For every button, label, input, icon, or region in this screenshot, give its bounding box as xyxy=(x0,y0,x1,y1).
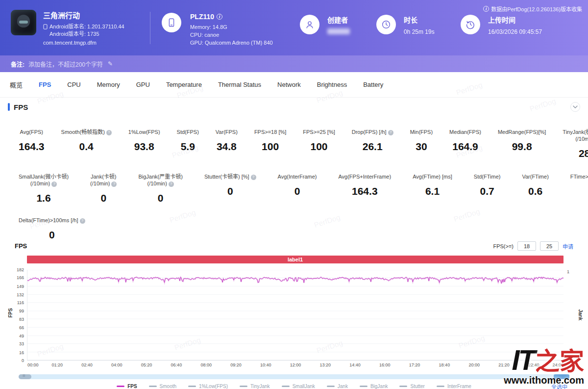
ithome-url: www.ithome.com xyxy=(504,375,584,386)
creator-person-icon xyxy=(300,15,319,34)
y-axis-title: FPS xyxy=(8,308,13,317)
fps-section-header: FPS xyxy=(8,102,580,112)
help-icon[interactable]: ? xyxy=(106,130,112,135)
ithome-watermark: IT 之家 www.ithome.com xyxy=(504,341,584,386)
help-icon[interactable]: ? xyxy=(51,182,57,187)
fps-chart-block: FPS FPS(>=) 申请 label1 FPS Jank 182166149… xyxy=(0,241,588,389)
ithome-logo-zhijia: 之家 xyxy=(535,341,584,377)
collapse-chevron-button[interactable] xyxy=(570,102,580,112)
metric-value: 164.9 xyxy=(449,141,481,153)
legend-item-InterFrame[interactable]: InterFrame xyxy=(437,384,471,389)
metrics-summary: Avg(FPS)164.3Smooth(畅帧指数)?0.41%Low(FPS)9… xyxy=(19,129,578,241)
metric: Std(FPS)5.9 xyxy=(177,129,199,153)
legend-item-TinyJank[interactable]: TinyJank xyxy=(240,384,270,389)
metric-value: 0 xyxy=(90,192,117,204)
metric: Avg(FPS)164.3 xyxy=(19,129,45,153)
edit-pencil-icon[interactable]: ✎ xyxy=(108,60,113,67)
metric-value: 0.7 xyxy=(474,185,501,197)
fps-chart-svg xyxy=(27,270,564,360)
metric: FTime>=100ms [%]0 xyxy=(570,173,588,197)
metric: Jank(卡顿)(/10min)?0 xyxy=(90,173,117,204)
metric-value: 100 xyxy=(303,141,335,153)
duration-value: 0h 25m 19s xyxy=(404,28,435,35)
help-icon[interactable]: ? xyxy=(388,130,393,135)
tab-Temperature[interactable]: Temperature xyxy=(166,81,202,88)
metric-value: 30 xyxy=(410,141,433,153)
section-accent-bar xyxy=(8,103,10,111)
metric-value: 0 xyxy=(19,229,85,241)
legend-dash xyxy=(282,386,290,387)
legend-dash xyxy=(117,386,124,387)
chart-scrollbar[interactable] xyxy=(19,374,569,379)
metric-value: 5.9 xyxy=(177,141,199,153)
x-tick: 16:00 xyxy=(379,363,391,367)
fps-threshold-input-2[interactable] xyxy=(540,241,559,251)
y-tick: 0 xyxy=(22,358,24,363)
tab-GPU[interactable]: GPU xyxy=(136,81,150,88)
fps-threshold-label: FPS(>=) xyxy=(493,243,514,249)
device-name: PLZ110 xyxy=(190,13,214,21)
chart-area: label1 FPS Jank 182166149132116998366493… xyxy=(27,256,564,370)
legend-item-1%Low(FPS)[interactable]: 1%Low(FPS) xyxy=(188,384,228,389)
tab-CPU[interactable]: CPU xyxy=(67,81,80,88)
legend-item-BigJank[interactable]: BigJank xyxy=(360,384,388,389)
tab-Thermal Status[interactable]: Thermal Status xyxy=(218,81,261,88)
legend-dash xyxy=(149,386,157,387)
metric-value: 0.6 xyxy=(522,185,548,197)
x-tick: 02:40 xyxy=(81,363,93,367)
help-icon[interactable]: ? xyxy=(80,218,85,224)
fps-threshold-input-1[interactable] xyxy=(517,241,536,251)
legend-label: SmallJank xyxy=(293,384,315,389)
legend-item-Jank[interactable]: Jank xyxy=(327,384,348,389)
scrollbar-handle[interactable] xyxy=(19,374,31,379)
metric: FPS>=18 [%]100 xyxy=(254,129,286,153)
app-icon xyxy=(11,10,36,35)
apply-link[interactable]: 申请 xyxy=(563,242,573,250)
legend-item-FPS[interactable]: FPS xyxy=(117,384,137,389)
metric: Avg(FPS+InterFrame)164.3 xyxy=(338,173,391,197)
legend-item-SmallJank[interactable]: SmallJank xyxy=(282,384,315,389)
tab-Memory[interactable]: Memory xyxy=(97,81,120,88)
metric: 1%Low(FPS)93.8 xyxy=(128,129,160,153)
app-title: 三角洲行动 xyxy=(43,10,124,20)
metric-value: 34.8 xyxy=(216,141,238,153)
device-info-icon[interactable]: i xyxy=(217,14,222,20)
tab-Brightness[interactable]: Brightness xyxy=(317,81,347,88)
metric-value: 26.1 xyxy=(352,141,393,153)
legend-label: Jank xyxy=(338,384,348,389)
remark-placeholder[interactable]: 添加备注，不超过200个字符 xyxy=(28,60,103,68)
legend-dash xyxy=(188,386,196,387)
device-memory: Memory: 14.8G xyxy=(190,23,273,31)
legend-label: TinyJank xyxy=(250,384,270,389)
x-tick: 13:20 xyxy=(320,363,331,367)
app-version-code: Android版本号: 1735 xyxy=(43,30,124,38)
remark-bar[interactable]: 备注: 添加备注，不超过200个字符 ✎ xyxy=(0,55,588,72)
upload-time-value: 16/03/2026 09:45:57 xyxy=(488,28,542,35)
app-info-group: 三角洲行动 Android版本名: 1.201.37110.44 Android… xyxy=(11,10,124,47)
help-icon[interactable]: ? xyxy=(251,175,256,180)
fps-line-chart[interactable]: FPS Jank 1821661491321169983664933160100… xyxy=(27,270,564,361)
tab-概览[interactable]: 概览 xyxy=(10,80,23,89)
x-tick: 20:00 xyxy=(468,363,480,367)
metric: TinyJank(极微小卡顿)(/10min)?28.8 xyxy=(563,129,588,159)
help-icon[interactable]: ? xyxy=(111,182,117,187)
device-phone-icon xyxy=(162,13,181,32)
x-tick: 04:00 xyxy=(111,363,122,367)
y-tick: 149 xyxy=(17,284,24,289)
legend-item-Smooth[interactable]: Smooth xyxy=(149,384,176,389)
tab-Network[interactable]: Network xyxy=(277,81,301,88)
section-title: FPS xyxy=(14,103,28,111)
metric-value: 93.8 xyxy=(128,141,160,153)
metric-value: 0.4 xyxy=(61,141,112,153)
legend-label: InterFrame xyxy=(447,384,471,389)
x-tick: 17:20 xyxy=(409,363,420,367)
metric: Smooth(畅帧指数)?0.4 xyxy=(61,129,112,153)
y-tick: 182 xyxy=(17,267,24,272)
tab-Battery[interactable]: Battery xyxy=(363,81,383,88)
x-tick: 06:40 xyxy=(171,363,182,367)
tab-FPS[interactable]: FPS xyxy=(39,81,51,88)
help-icon[interactable]: ? xyxy=(169,182,174,187)
legend-item-Stutter[interactable]: Stutter xyxy=(399,384,424,389)
metric: Var(FPS)34.8 xyxy=(216,129,238,153)
y-tick: 16 xyxy=(19,350,24,355)
